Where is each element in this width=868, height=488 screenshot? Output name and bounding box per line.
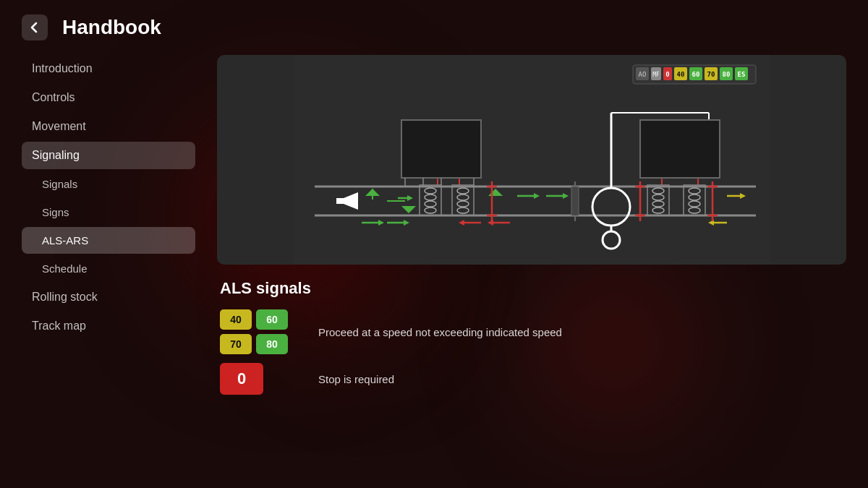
sidebar-item-signs[interactable]: Signs	[22, 199, 195, 226]
signal-row-stop: 0 Stop is required	[220, 363, 843, 395]
svg-text:70: 70	[707, 71, 715, 78]
svg-text:0: 0	[665, 71, 669, 78]
svg-text:40: 40	[677, 71, 685, 78]
badge-stop: 0	[220, 363, 263, 395]
speed-description: Proceed at a speed not exceeding indicat…	[318, 326, 562, 338]
back-button[interactable]	[22, 14, 48, 40]
page-title: Handbook	[62, 16, 161, 39]
badge-80: 80	[256, 334, 288, 354]
speed-badges: 40 60 70 80	[220, 309, 307, 354]
sidebar-item-schedule[interactable]: Schedule	[22, 255, 195, 282]
svg-text:80: 80	[723, 71, 731, 78]
header: Handbook	[0, 0, 868, 55]
svg-rect-68	[640, 120, 720, 178]
sidebar-item-movement[interactable]: Movement	[22, 113, 195, 140]
sidebar-item-rolling-stock[interactable]: Rolling stock	[22, 283, 195, 311]
sidebar-item-track-map[interactable]: Track map	[22, 312, 195, 340]
sidebar-item-signaling[interactable]: Signaling	[22, 142, 195, 169]
stop-badges: 0	[220, 363, 307, 395]
sidebar-item-controls[interactable]: Controls	[22, 84, 195, 111]
signal-row-speed: 40 60 70 80 Proceed at a speed not excee…	[220, 309, 843, 354]
content-area: AO MF 0 40 60 70 80 ES	[217, 55, 846, 474]
badge-40: 40	[220, 309, 252, 330]
sidebar: IntroductionControlsMovementSignalingSig…	[22, 55, 195, 474]
svg-rect-43	[401, 120, 481, 178]
svg-text:MF: MF	[652, 72, 660, 78]
svg-rect-21	[336, 198, 358, 204]
als-diagram: AO MF 0 40 60 70 80 ES	[217, 55, 846, 265]
als-title: ALS signals	[220, 279, 843, 298]
badge-70: 70	[220, 334, 252, 354]
diagram-svg: AO MF 0 40 60 70 80 ES	[217, 55, 846, 265]
svg-text:60: 60	[692, 71, 700, 78]
stop-description: Stop is required	[318, 373, 394, 385]
main-content: IntroductionControlsMovementSignalingSig…	[0, 55, 868, 488]
badge-60: 60	[256, 309, 288, 330]
svg-text:ES: ES	[738, 71, 746, 78]
back-icon	[29, 22, 41, 33]
svg-text:AO: AO	[639, 71, 647, 78]
sidebar-item-als-ars[interactable]: ALS-ARS	[22, 227, 195, 254]
sidebar-item-signals[interactable]: Signals	[22, 171, 195, 197]
als-signals-section: ALS signals 40 60 70 80 Proceed at a spe…	[217, 279, 846, 403]
app-container: Handbook IntroductionControlsMovementSig…	[0, 0, 868, 488]
sidebar-item-introduction[interactable]: Introduction	[22, 55, 195, 82]
svg-rect-81	[571, 187, 579, 215]
